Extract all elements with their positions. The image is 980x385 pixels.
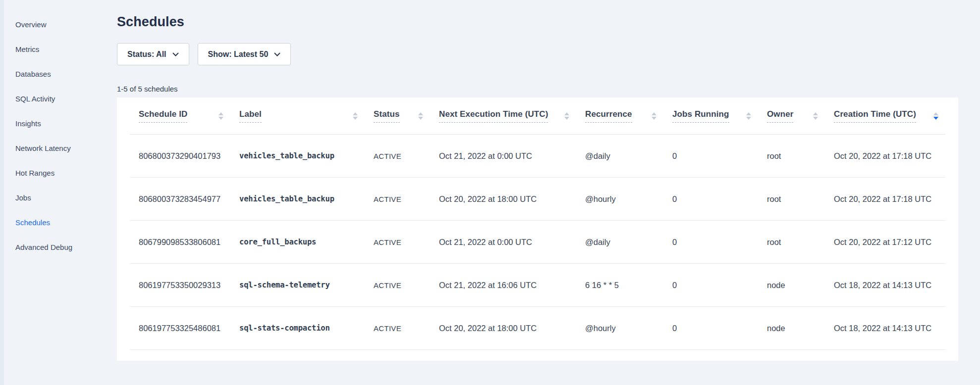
sort-icon[interactable] (418, 112, 423, 120)
sidebar-item-label: Network Latency (15, 144, 71, 152)
column-header-jobs-running[interactable]: Jobs Running (672, 97, 767, 134)
sidebar-item-schedules[interactable]: Schedules (4, 210, 117, 235)
cell-status: ACTIVE (374, 264, 439, 306)
cell-next-execution-time: Oct 21, 2022 at 0:00 UTC (439, 135, 585, 177)
sidebar-item-label: Advanced Debug (15, 243, 72, 251)
table-row: 806197753350029313sql-schema-telemetryAC… (130, 264, 945, 307)
status-filter-dropdown[interactable]: Status: All (117, 43, 189, 65)
sort-down-arrow-icon (218, 117, 223, 120)
show-filter-label: Show: Latest 50 (208, 50, 269, 59)
column-header-label: Schedule ID (139, 109, 187, 123)
cell-owner: node (767, 264, 834, 306)
sort-down-arrow-icon (353, 117, 358, 120)
column-header-label[interactable]: Label (239, 97, 374, 134)
sort-up-arrow-icon (746, 112, 751, 115)
sidebar-item-jobs[interactable]: Jobs (4, 185, 117, 210)
column-header-owner[interactable]: Owner (767, 97, 834, 134)
sidebar-item-hot-ranges[interactable]: Hot Ranges (4, 160, 117, 185)
schedules-table-card: Schedule ID Label Status Next Execution … (117, 97, 958, 361)
cell-recurrence: @daily (585, 135, 672, 177)
cell-status: ACTIVE (374, 178, 439, 220)
cell-jobs-running: 0 (672, 264, 767, 306)
sort-down-arrow-icon (933, 117, 938, 120)
cell-creation-time: Oct 18, 2022 at 14:13 UTC (834, 307, 945, 349)
cell-label: sql-stats-compaction (239, 307, 374, 349)
sidebar-item-label: Databases (15, 70, 51, 78)
sidebar-item-network-latency[interactable]: Network Latency (4, 136, 117, 160)
sort-up-arrow-icon (813, 112, 818, 115)
table-header-row: Schedule ID Label Status Next Execution … (130, 97, 945, 135)
sidebar-item-databases[interactable]: Databases (4, 61, 117, 86)
cell-status: ACTIVE (374, 307, 439, 349)
cell-status: ACTIVE (374, 135, 439, 177)
filter-bar: Status: All Show: Latest 50 (117, 43, 980, 65)
cell-owner: root (767, 135, 834, 177)
cell-jobs-running: 0 (672, 307, 767, 349)
table-body: 806800373290401793vehicles_table_backupA… (130, 135, 945, 350)
column-header-recurrence[interactable]: Recurrence (585, 97, 672, 134)
sort-down-arrow-icon (418, 117, 423, 120)
cell-schedule-id: 806800373283454977 (130, 178, 239, 220)
cell-jobs-running: 0 (672, 221, 767, 263)
cell-jobs-running: 0 (672, 135, 767, 177)
cell-creation-time: Oct 20, 2022 at 17:12 UTC (834, 221, 945, 263)
sort-up-arrow-icon (218, 112, 223, 115)
window-left-edge (0, 0, 4, 385)
cell-recurrence: @hourly (585, 307, 672, 349)
column-header-label: Status (374, 109, 400, 123)
cell-schedule-id: 806799098533806081 (130, 221, 239, 263)
show-filter-dropdown[interactable]: Show: Latest 50 (198, 43, 291, 65)
cell-owner: node (767, 307, 834, 349)
sidebar-item-label: Metrics (15, 45, 39, 53)
cell-next-execution-time: Oct 21, 2022 at 16:06 UTC (439, 264, 585, 306)
column-header-label: Owner (767, 109, 793, 123)
sort-down-arrow-icon (564, 117, 569, 120)
sort-icon[interactable] (353, 112, 358, 120)
column-header-creation-time-utc[interactable]: Creation Time (UTC) (834, 97, 945, 134)
sort-up-arrow-icon (652, 112, 656, 115)
cell-creation-time: Oct 20, 2022 at 17:18 UTC (834, 178, 945, 220)
cell-recurrence: @hourly (585, 178, 672, 220)
sort-icon[interactable] (652, 112, 656, 120)
cell-jobs-running: 0 (672, 178, 767, 220)
sidebar-item-label: Schedules (15, 218, 50, 227)
cell-creation-time: Oct 18, 2022 at 14:13 UTC (834, 264, 945, 306)
column-header-label: Next Execution Time (UTC) (439, 109, 548, 123)
sidebar-item-sql-activity[interactable]: SQL Activity (4, 86, 117, 111)
cell-status: ACTIVE (374, 221, 439, 263)
sort-icon[interactable] (813, 112, 818, 120)
sidebar-item-label: Hot Ranges (15, 169, 54, 177)
cell-recurrence: 6 16 * * 5 (585, 264, 672, 306)
schedules-page: Overview Metrics Databases SQL Activity … (0, 0, 980, 385)
sort-up-arrow-icon (564, 112, 569, 115)
sort-up-arrow-icon (353, 112, 358, 115)
sort-icon[interactable] (564, 112, 569, 120)
column-header-schedule-id[interactable]: Schedule ID (130, 97, 239, 134)
table-row: 806800373283454977vehicles_table_backupA… (130, 178, 945, 221)
cell-label: vehicles_table_backup (239, 178, 374, 220)
cell-label: core_full_backups (239, 221, 374, 263)
column-header-status[interactable]: Status (374, 97, 439, 134)
table-row: 806197753325486081sql-stats-compactionAC… (130, 307, 945, 350)
cell-next-execution-time: Oct 20, 2022 at 18:00 UTC (439, 307, 585, 349)
cell-label: sql-schema-telemetry (239, 264, 374, 306)
results-count: 1-5 of 5 schedules (117, 85, 980, 93)
sort-icon[interactable] (218, 112, 223, 120)
sidebar-item-advanced-debug[interactable]: Advanced Debug (4, 235, 117, 259)
sidebar-item-insights[interactable]: Insights (4, 111, 117, 136)
sort-down-arrow-icon (813, 117, 818, 120)
sidebar-item-label: SQL Activity (15, 95, 55, 103)
sort-icon[interactable] (746, 112, 751, 120)
sidebar-item-label: Jobs (15, 193, 31, 202)
table-row: 806800373290401793vehicles_table_backupA… (130, 135, 945, 178)
sort-icon[interactable] (933, 112, 938, 120)
cell-schedule-id: 806197753350029313 (130, 264, 239, 306)
cell-schedule-id: 806800373290401793 (130, 135, 239, 177)
column-header-label: Jobs Running (672, 109, 729, 123)
sidebar-item-overview[interactable]: Overview (4, 12, 117, 37)
column-header-next-execution-time-utc[interactable]: Next Execution Time (UTC) (439, 97, 585, 134)
chevron-down-icon (274, 52, 280, 56)
status-filter-label: Status: All (127, 50, 166, 59)
sidebar-item-metrics[interactable]: Metrics (4, 37, 117, 61)
cell-creation-time: Oct 20, 2022 at 17:18 UTC (834, 135, 945, 177)
